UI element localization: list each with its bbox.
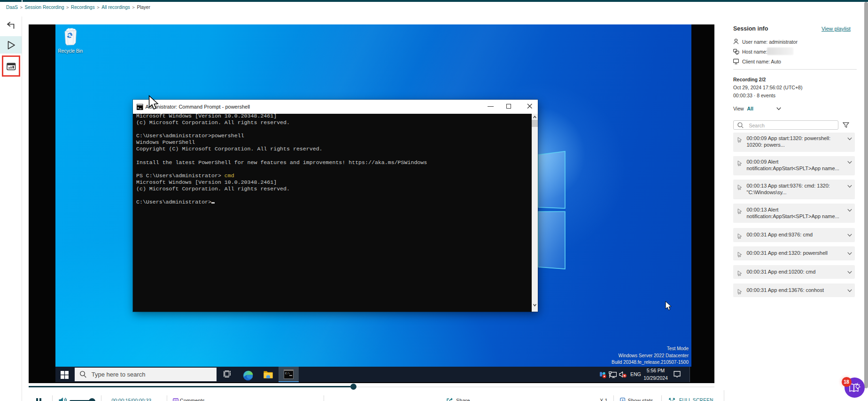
svg-text:A: A [621, 399, 624, 401]
svg-text:C:\: C:\ [285, 372, 290, 375]
